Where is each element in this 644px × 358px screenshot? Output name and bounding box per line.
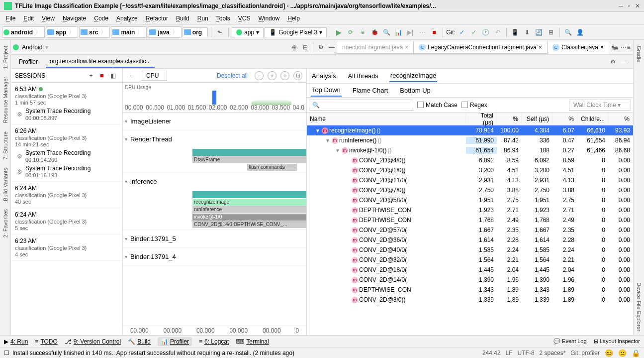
- encoding[interactable]: UTF-8: [518, 350, 535, 357]
- menu-vcs[interactable]: VCS: [234, 13, 255, 23]
- regex-checkbox[interactable]: Regex: [461, 102, 487, 109]
- deselect-link[interactable]: Deselect all: [214, 72, 251, 79]
- device-dropdown[interactable]: 📱 Google Pixel 3 ▾: [265, 27, 327, 37]
- subtab-2[interactable]: Bottom Up: [399, 85, 431, 96]
- fit-icon[interactable]: ⊡: [293, 71, 302, 80]
- more-icon[interactable]: ⋯: [417, 27, 428, 38]
- collapse-icon[interactable]: ⊟: [300, 42, 311, 53]
- zoom-out-icon[interactable]: −: [255, 71, 264, 80]
- match-case-checkbox[interactable]: Match Case: [417, 102, 458, 109]
- cursor-position[interactable]: 244:42: [482, 350, 501, 357]
- menu-tools[interactable]: Tools: [212, 13, 234, 23]
- breadcrumb-src[interactable]: src: [79, 26, 110, 38]
- resource-manager-tool[interactable]: Resource Manager: [1, 73, 9, 127]
- profile-icon[interactable]: 📊: [393, 27, 404, 38]
- table-row[interactable]: m DEPTHWISE_CON1,3431.891,3431.8900.00: [307, 285, 633, 295]
- thread-row[interactable]: ▾RenderThreadDrawFrameflush commands: [123, 130, 306, 173]
- indent[interactable]: 2 spaces*: [540, 350, 566, 357]
- cpu-usage-chart[interactable]: CPU Usage 00.00000.50001.00001.50002.000…: [123, 83, 306, 113]
- sessions-panel-icon[interactable]: ◧: [107, 70, 118, 81]
- bottom-item-2[interactable]: ⎇9: Version Control: [65, 338, 121, 345]
- commit-icon[interactable]: ✓: [468, 27, 479, 38]
- face-neutral-icon[interactable]: 😐: [618, 349, 627, 357]
- bottom-item-5[interactable]: ≡6: Logcat: [199, 338, 229, 345]
- breadcrumb-java[interactable]: java: [148, 26, 181, 38]
- session-item[interactable]: 6:24 AMclassification (Google Pixel 3)5 …: [11, 208, 122, 235]
- menu-help[interactable]: Help: [283, 13, 304, 23]
- menu-view[interactable]: View: [38, 13, 59, 23]
- bottom-item-0[interactable]: ▶4: Run: [4, 338, 28, 345]
- target-icon[interactable]: ⊕: [289, 42, 300, 53]
- column-header[interactable]: Self (µs): [522, 114, 552, 124]
- reset-zoom-icon[interactable]: ○: [280, 71, 289, 80]
- table-row[interactable]: m CONV_2D@3/0()1,3391.891,3391.8900.00: [307, 295, 633, 305]
- avatar-icon[interactable]: 👤: [575, 27, 586, 38]
- table-row[interactable]: m CONV_2D@7/0()2,7503.882,7503.8800.00: [307, 185, 633, 195]
- analysis-tab-0[interactable]: Analysis: [311, 70, 337, 82]
- coverage-icon[interactable]: 🔍: [381, 27, 392, 38]
- lock-icon[interactable]: 🔒: [632, 349, 640, 357]
- session-item[interactable]: 6:26 AMclassification (Google Pixel 3)14…: [11, 124, 122, 182]
- cpu-dropdown[interactable]: CPU: [142, 71, 167, 81]
- hide-icon[interactable]: —: [326, 42, 337, 53]
- profiler-package[interactable]: org.tensorflow.lite.examples.classific..…: [46, 56, 155, 68]
- table-row[interactable]: ▼m invoke@-1/0() ()61,65486.941880.2761,…: [307, 145, 633, 155]
- breadcrumb-app[interactable]: app: [46, 26, 78, 38]
- column-header[interactable]: Childre...: [577, 114, 608, 124]
- avd-icon[interactable]: 📱: [510, 27, 521, 38]
- project-tool[interactable]: 1: Project: [1, 42, 9, 73]
- thread-row[interactable]: ▾Binder:13791_4: [123, 248, 306, 266]
- table-row[interactable]: m DEPTHWISE_CON1,9232.711,9232.7100.00: [307, 205, 633, 215]
- menu-refactor[interactable]: Refactor: [142, 13, 172, 23]
- revert-icon[interactable]: ↶: [492, 27, 503, 38]
- zoom-in-icon[interactable]: +: [268, 71, 276, 80]
- breadcrumb-main[interactable]: main: [111, 26, 147, 38]
- time-mode-dropdown[interactable]: Wall Clock Time ▾: [569, 100, 631, 111]
- more-tabs-icon[interactable]: ⋯≡: [620, 42, 631, 53]
- table-row[interactable]: ▼m recognizeImage() ()70,914100.004,3046…: [307, 125, 633, 135]
- menu-window[interactable]: Window: [254, 13, 283, 23]
- thread-row[interactable]: ▾inferencerecognizeImagerunInferenceinvo…: [123, 173, 306, 230]
- subtab-0[interactable]: Top Down: [311, 84, 342, 97]
- history-icon[interactable]: 🕐: [480, 27, 491, 38]
- thread-row[interactable]: ▾ImageListener: [123, 113, 306, 130]
- column-header[interactable]: %: [608, 114, 633, 124]
- device-file-explorer-tool[interactable]: Device File Explorer: [635, 278, 643, 335]
- menu-run[interactable]: Run: [193, 13, 212, 23]
- breadcrumb-org[interactable]: org: [183, 27, 208, 37]
- file-tab-fragment[interactable]: nnectionFragment.java ×: [337, 41, 414, 54]
- nav-dropdown[interactable]: Android: [22, 44, 42, 51]
- bottom-item-3[interactable]: 🔨Build: [128, 338, 151, 345]
- table-row[interactable]: m CONV_2D@11/0(2,9314.132,9314.1300.00: [307, 175, 633, 185]
- search-icon[interactable]: 🔍: [563, 27, 574, 38]
- file-tab-classifier[interactable]: CClassifier.java ×: [547, 41, 609, 54]
- table-row[interactable]: ▼m runInference() ()61,99087.423360.4761…: [307, 135, 633, 145]
- profiler-hide-icon[interactable]: —: [618, 56, 629, 67]
- maximize-icon[interactable]: ▫: [628, 2, 630, 9]
- debug-icon[interactable]: 🐞: [369, 27, 380, 38]
- file-tab-legacy[interactable]: CLegacyCameraConnectionFragment.java ×: [413, 41, 548, 54]
- table-row[interactable]: m CONV_2D@14/0(1,3901.961,3901.9600.00: [307, 275, 633, 285]
- profiler-tab[interactable]: Profiler: [15, 56, 42, 67]
- stop-button[interactable]: ■: [429, 27, 440, 38]
- table-row[interactable]: m CONV_2D@18/0(1,4452.041,4452.0400.00: [307, 265, 633, 275]
- breadcrumb-android[interactable]: android: [2, 26, 45, 38]
- apply-changes-icon[interactable]: ⟳: [345, 27, 356, 38]
- run-button[interactable]: ▶: [333, 27, 344, 38]
- analysis-tab-1[interactable]: All threads: [347, 70, 379, 82]
- run-config-dropdown[interactable]: app ▾: [232, 27, 264, 37]
- stop-session-icon[interactable]: ■: [96, 70, 107, 81]
- minimize-icon[interactable]: ─: [619, 2, 623, 9]
- build-variants-tool[interactable]: Build Variants: [1, 164, 9, 205]
- attach-icon[interactable]: ▶|: [405, 27, 416, 38]
- git-branch[interactable]: Git: profiler: [570, 350, 600, 357]
- add-session-icon[interactable]: +: [86, 70, 96, 81]
- menu-navigate[interactable]: Navigate: [59, 13, 90, 23]
- table-row[interactable]: m CONV_2D@40/0(1,5852.241,5852.2400.00: [307, 245, 633, 255]
- struct-icon[interactable]: ⊞: [546, 27, 556, 38]
- bottom-item-6[interactable]: ⌨Terminal: [236, 338, 269, 345]
- menu-edit[interactable]: Edit: [19, 13, 38, 23]
- close-icon[interactable]: ✕: [635, 2, 640, 9]
- analysis-tab-2[interactable]: recognizeImage: [389, 70, 438, 82]
- search-input[interactable]: 🔍: [309, 100, 413, 111]
